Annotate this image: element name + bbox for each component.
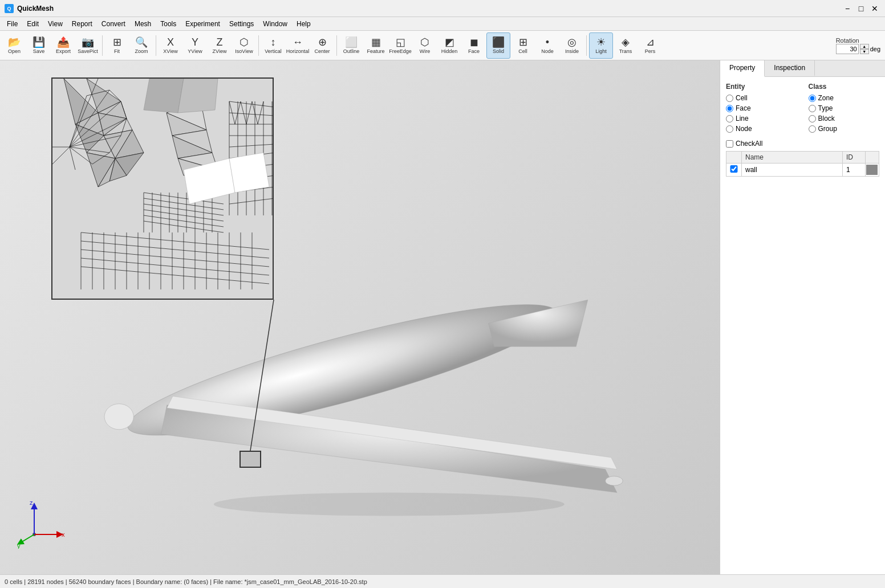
entity-radio-face[interactable] — [726, 105, 733, 112]
menu-item-mesh[interactable]: Mesh — [130, 19, 156, 29]
minimize-button[interactable]: − — [842, 3, 853, 14]
check-all-label[interactable]: CheckAll — [736, 140, 762, 148]
toolbar-btn-fit[interactable]: ⊞Fit — [105, 32, 129, 59]
rotation-input[interactable] — [836, 44, 859, 54]
toolbar-btn-trans[interactable]: ◈Trans — [614, 32, 638, 59]
entity-radio-line[interactable] — [726, 115, 733, 122]
toolbar-btn-zoom[interactable]: 🔍Zoom — [129, 32, 153, 59]
toolbar-btn-outline[interactable]: ⬜Outline — [339, 32, 363, 59]
menu-item-view[interactable]: View — [43, 19, 67, 29]
entity-radio-node[interactable] — [726, 125, 733, 133]
toolbar-btn-center[interactable]: ⊕Center — [310, 32, 334, 59]
toolbar-btn-pers[interactable]: ⊿Pers — [638, 32, 662, 59]
menu-item-file[interactable]: File — [2, 19, 22, 29]
trans-icon: ◈ — [622, 37, 630, 47]
menu-item-window[interactable]: Window — [258, 19, 292, 29]
toolbar-btn-cell[interactable]: ⊞Cell — [511, 32, 535, 59]
toolbar-separator — [156, 35, 156, 56]
zoom-box — [239, 451, 261, 468]
menu-item-help[interactable]: Help — [292, 19, 315, 29]
svg-line-112 — [20, 534, 34, 543]
toolbar-btn-vertical[interactable]: ↕Vertical — [261, 32, 285, 59]
maximize-button[interactable]: □ — [855, 3, 867, 14]
center-icon: ⊕ — [318, 37, 327, 47]
entity-column: Entity CellFaceLineNode — [726, 83, 797, 133]
svg-text:y: y — [17, 542, 21, 549]
center-label: Center — [314, 48, 330, 54]
entity-option-line[interactable]: Line — [726, 115, 797, 122]
toolbar-btn-horizontal[interactable]: ↔Horizontal — [286, 32, 310, 59]
menu-item-edit[interactable]: Edit — [22, 19, 43, 29]
toolbar-btn-save[interactable]: 💾Save — [27, 32, 51, 59]
close-button[interactable]: ✕ — [869, 3, 880, 14]
rotation-down-button[interactable]: ▼ — [860, 49, 869, 54]
toolbar-btn-freeedge[interactable]: ◱FreeEdge — [388, 32, 412, 59]
cell-icon: ⊞ — [519, 37, 527, 47]
toolbar-btn-light[interactable]: ☀Light — [589, 32, 613, 59]
menu-item-experiment[interactable]: Experiment — [181, 19, 225, 29]
app-title: QuickMesh — [17, 5, 54, 13]
open-label: Open — [8, 48, 21, 54]
title-bar-left: Q QuickMesh — [5, 4, 54, 13]
property-table: Name ID wall1 — [726, 151, 879, 177]
rotation-up-button[interactable]: ▲ — [860, 44, 869, 49]
class-radio-block[interactable] — [809, 115, 816, 122]
class-title: Class — [809, 83, 880, 91]
toolbar-btn-feature[interactable]: ▦Feature — [364, 32, 388, 59]
toolbar-btn-face[interactable]: ◼Face — [462, 32, 486, 59]
class-radio-type[interactable] — [809, 105, 816, 112]
main-area: x y z PropertyInspection Entity — [0, 60, 885, 574]
class-radio-group[interactable] — [809, 125, 816, 133]
class-radio-group: ZoneTypeBlockGroup — [809, 94, 880, 133]
viewport[interactable]: x y z — [0, 60, 720, 574]
toolbar-btn-node[interactable]: •Node — [535, 32, 559, 59]
panel-tab-inspection[interactable]: Inspection — [765, 60, 815, 76]
check-all-checkbox[interactable] — [726, 140, 733, 148]
node-label: Node — [541, 48, 554, 54]
face-label: Face — [468, 48, 480, 54]
toolbar-btn-xview[interactable]: XXView — [159, 32, 182, 59]
menu-item-tools[interactable]: Tools — [156, 19, 181, 29]
table-header-row: Name ID — [726, 152, 879, 164]
class-option-zone[interactable]: Zone — [809, 94, 880, 102]
toolbar-btn-yview[interactable]: YYView — [183, 32, 207, 59]
savepict-icon: 📷 — [82, 37, 94, 47]
row-checkbox-wall[interactable] — [730, 165, 738, 173]
entity-option-face[interactable]: Face — [726, 104, 797, 112]
hidden-icon: ◩ — [445, 37, 454, 47]
isoview-icon: ⬡ — [239, 37, 249, 47]
toolbar-btn-inside[interactable]: ◎Inside — [560, 32, 584, 59]
toolbar-btn-isoview[interactable]: ⬡IsoView — [232, 32, 256, 59]
toolbar-btn-export[interactable]: 📤Export — [51, 32, 75, 59]
menu-item-convert[interactable]: Convert — [97, 19, 130, 29]
table-row: wall1 — [726, 164, 879, 177]
toolbar-btn-open[interactable]: 📂Open — [2, 32, 26, 59]
coordinate-axes: x y z — [17, 500, 66, 549]
light-label: Light — [595, 48, 607, 54]
entity-radio-cell[interactable] — [726, 95, 733, 102]
toolbar-btn-savepict[interactable]: 📷SavePict — [76, 32, 100, 59]
toolbar-btn-zview[interactable]: ZZView — [208, 32, 232, 59]
row-name-wall: wall — [742, 164, 843, 177]
menu-item-settings[interactable]: Settings — [225, 19, 258, 29]
class-option-block[interactable]: Block — [809, 115, 880, 122]
entity-option-cell[interactable]: Cell — [726, 94, 797, 102]
panel-tab-property[interactable]: Property — [720, 60, 765, 77]
svg-text:x: x — [62, 531, 65, 538]
class-option-type[interactable]: Type — [809, 104, 880, 112]
open-icon: 📂 — [8, 37, 21, 47]
yview-icon: Y — [192, 37, 198, 47]
menu-item-report[interactable]: Report — [67, 19, 97, 29]
class-option-group[interactable]: Group — [809, 125, 880, 133]
toolbar-btn-solid[interactable]: ⬛Solid — [486, 32, 510, 59]
zview-label: ZView — [213, 48, 227, 54]
face-icon: ◼ — [470, 37, 478, 47]
toolbar-btn-wire[interactable]: ⬡Wire — [413, 32, 437, 59]
table-body: wall1 — [726, 164, 879, 177]
cell-label: Cell — [518, 48, 527, 54]
toolbar-btn-hidden[interactable]: ◩Hidden — [437, 32, 461, 59]
entity-option-node[interactable]: Node — [726, 125, 797, 133]
class-radio-zone[interactable] — [809, 95, 816, 102]
toolbar-separator — [102, 35, 103, 56]
color-swatch-wall[interactable] — [866, 165, 878, 175]
